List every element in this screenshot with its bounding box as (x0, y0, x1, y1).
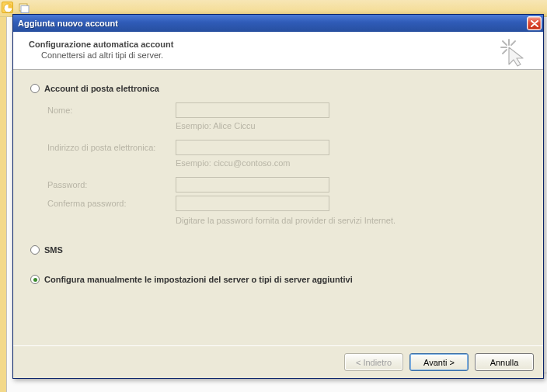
option-manual-config[interactable]: Configura manualmente le impostazioni de… (30, 275, 526, 284)
dialog-titlebar: Aggiunta nuovo account (13, 15, 543, 32)
password-input (176, 177, 329, 193)
name-input (176, 102, 329, 118)
dialog-footer: < Indietro Avanti > Annulla (13, 345, 543, 378)
dialog-header: Configurazione automatica account Connet… (13, 32, 543, 70)
back-button: < Indietro (344, 353, 403, 371)
email-form-block: Nome: Esempio: Alice Ciccu Indirizzo di … (47, 102, 526, 225)
radio-icon (30, 245, 40, 255)
parent-app-icon (2, 2, 13, 13)
dialog-body: Account di posta elettronica Nome: Esemp… (13, 70, 543, 345)
radio-icon (30, 84, 40, 93)
password-hint: Digitare la password fornita dal provide… (176, 216, 526, 225)
svg-line-6 (511, 41, 515, 45)
email-example: Esempio: ciccu@contoso.com (176, 158, 526, 168)
name-label: Nome: (47, 106, 176, 115)
parent-menu-icon (19, 2, 30, 13)
confirm-password-input (176, 196, 329, 211)
option-email-label: Account di posta elettronica (44, 84, 159, 93)
option-sms[interactable]: SMS (30, 245, 526, 255)
cancel-button[interactable]: Annulla (475, 353, 534, 371)
parent-sidebar-fragment (0, 17, 6, 392)
password-label: Password: (47, 180, 176, 189)
svg-rect-2 (21, 6, 29, 13)
name-example: Esempio: Alice Ciccu (176, 121, 526, 130)
header-title: Configurazione automatica account (29, 40, 531, 49)
option-manual-label: Configura manualmente le impostazioni de… (44, 275, 353, 284)
svg-line-5 (503, 41, 507, 45)
dialog-title: Aggiunta nuovo account (18, 19, 527, 28)
option-sms-label: SMS (44, 245, 63, 255)
radio-icon (30, 275, 40, 284)
email-input (176, 140, 329, 155)
close-button[interactable] (527, 16, 542, 30)
cursor-click-icon (498, 36, 529, 68)
add-account-dialog: Aggiunta nuovo account Configurazione au… (12, 14, 544, 379)
next-button[interactable]: Avanti > (409, 353, 469, 371)
confirm-password-label: Conferma password: (47, 199, 176, 208)
header-subtitle: Connettersi ad altri tipi di server. (41, 50, 531, 60)
option-email-account[interactable]: Account di posta elettronica (30, 84, 526, 93)
svg-line-7 (503, 50, 507, 54)
close-icon (531, 20, 538, 27)
email-label: Indirizzo di posta elettronica: (47, 143, 176, 152)
